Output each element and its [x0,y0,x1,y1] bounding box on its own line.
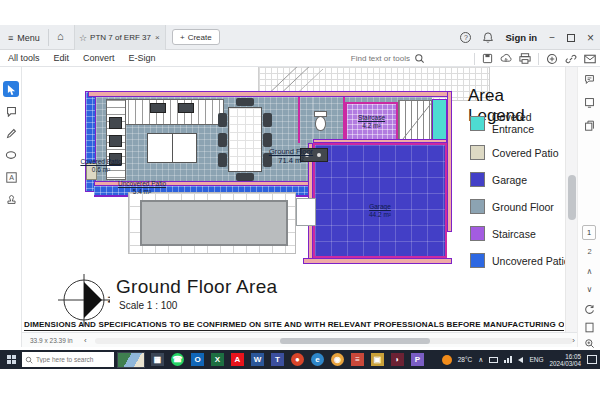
date: 2024/03/04 [549,360,581,367]
find-input[interactable] [338,54,410,63]
edge-icon[interactable]: e [311,353,324,366]
mail-icon[interactable] [584,54,596,64]
clock[interactable]: 16:05 2024/03/04 [549,353,581,367]
page-fit-icon [584,322,595,333]
cloud-upload-icon[interactable] [500,53,512,64]
excel-icon[interactable]: X [211,353,224,366]
notification-center-icon[interactable] [587,355,597,364]
rotate-page-button[interactable] [583,303,596,316]
select-tool-button[interactable] [3,81,19,97]
paint-app-icon[interactable]: P [411,353,424,366]
home-icon[interactable]: ⌂ [57,30,64,42]
pool-steps [296,198,316,226]
appliance [109,135,122,147]
uncovered-patio-label-group: Uncovered Patio 5.4 m² [110,180,174,195]
fit-page-button[interactable] [583,321,596,334]
acrobat-icon[interactable]: A [231,353,244,366]
legend-swatch-uncovered-patio [470,253,485,268]
uncovered-patio-label: Uncovered Patio [110,180,174,188]
pages-panel-button[interactable] [583,119,596,132]
document-tab[interactable]: ☆ PTN 7 of ERF 37 Edenbu... × [74,25,166,50]
volume-icon[interactable] [518,357,523,363]
task-view-icon[interactable]: ▦ [151,353,164,366]
chair [263,113,272,127]
legend-item: Staircase [470,226,565,241]
scroll-right-icon[interactable]: › [572,336,575,345]
menu-button[interactable]: ≡ Menu [8,30,40,45]
star-icon[interactable]: ☆ [79,33,87,43]
network-icon[interactable] [504,356,512,363]
print-icon[interactable] [519,53,531,64]
highlight-tool-button[interactable] [3,147,19,163]
stripes-app-icon[interactable]: ≡ [351,353,364,366]
maximize-button[interactable] [567,34,575,42]
convert-button[interactable]: Convert [83,53,115,63]
chair [218,153,227,167]
vertical-scrollbar[interactable] [565,67,577,347]
legend-swatch-staircase [470,226,485,241]
battery-icon[interactable] [489,357,498,363]
share-icon[interactable] [546,53,558,65]
status-bar: 33.9 x 23.39 in ‹ › [22,332,577,347]
minimize-button[interactable]: − [549,32,555,43]
covered-patio-label: Covered Patio [76,158,126,166]
vertical-scrollbar-thumb[interactable] [568,175,576,220]
zoom-in-button[interactable] [583,337,596,350]
language-indicator[interactable]: ENG [529,356,543,363]
link-icon[interactable] [565,53,577,65]
temperature[interactable]: 28°C [458,356,473,363]
chrome-icon[interactable]: ◉ [331,353,344,366]
weather-icon[interactable] [442,355,452,365]
tab-close-icon[interactable]: × [155,33,160,42]
horizontal-scrollbar[interactable] [95,338,573,344]
page-up-icon[interactable]: ∧ [583,265,596,278]
scroll-left-icon[interactable]: ‹ [84,336,87,345]
sphere-icon[interactable]: ● [291,353,304,366]
cursor-icon [7,84,16,95]
windows-taskbar: ▦☎OXAWT●e◉≡▣◗P 28°C ∧ ENG 16:05 2024/03/… [0,350,600,369]
all-tools-button[interactable]: All tools [8,53,40,63]
comments-panel-button[interactable] [583,73,596,86]
page-down-icon[interactable]: ∨ [583,283,596,296]
legend-swatch-garage [470,172,485,187]
annotations-panel-button[interactable] [583,96,596,109]
right-tool-rail: 1 2 ∧ ∨ [577,67,600,347]
taskbar-search[interactable] [22,352,114,367]
draw-tool-button[interactable] [3,125,19,141]
garage-label: Garage [315,203,445,211]
legend-item: Ground Floor [470,199,565,214]
page-dimensions: 33.9 x 23.39 in [30,337,73,344]
help-icon[interactable]: ? [460,32,471,43]
start-button[interactable] [0,350,22,369]
media-app-icon[interactable]: ◗ [391,353,404,366]
word-icon[interactable]: W [251,353,264,366]
plan-staircase: Staircase 4.2 m² [345,102,398,142]
create-button[interactable]: + Create [172,29,220,45]
horizontal-scrollbar-thumb[interactable] [280,338,430,344]
sign-in-button[interactable]: Sign in [505,32,537,43]
pdf-page[interactable]: Staircase 4.2 m² Covered Entrance 6.3 m²… [22,67,565,332]
stamp-tool-button[interactable] [3,191,19,207]
next-page-number[interactable]: 2 [583,245,596,258]
chair [218,133,227,147]
teams-icon[interactable]: T [271,353,284,366]
save-icon[interactable] [482,53,493,64]
bell-icon[interactable] [483,32,493,43]
chair [218,113,227,127]
edit-button[interactable]: Edit [54,53,70,63]
photos-icon[interactable]: ▣ [371,353,384,366]
comment-tool-button[interactable] [3,103,19,119]
tray-expand-icon[interactable]: ∧ [478,356,483,364]
whatsapp-icon[interactable]: ☎ [171,353,184,366]
disclaimer-text: DIMENSIONS AND SPECIFICATIONS TO BE CONF… [24,319,564,331]
plan-stairs [398,100,432,143]
esign-button[interactable]: E-Sign [129,53,156,63]
outlook-icon[interactable]: O [191,353,204,366]
current-page-indicator[interactable]: 1 [582,225,596,240]
task-view-thumbnail[interactable] [117,352,145,368]
text-tool-button[interactable]: A [3,169,19,185]
close-button[interactable]: × [587,31,594,45]
windows-logo-icon [7,355,16,364]
taskbar-search-input[interactable] [36,356,110,363]
search-icon[interactable] [414,53,425,64]
